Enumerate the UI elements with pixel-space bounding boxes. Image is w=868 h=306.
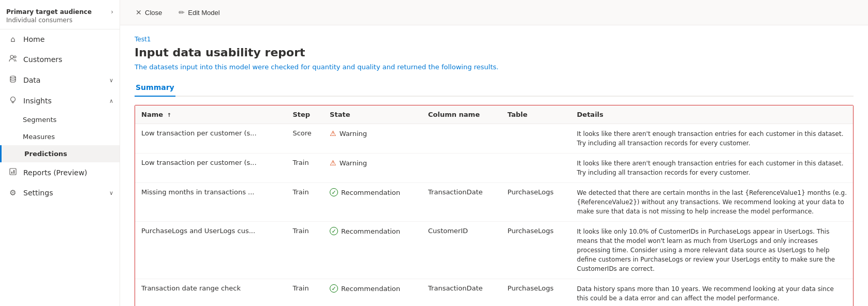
main-content: ✕ Close ✏ Edit Model Test1 Input data us… bbox=[120, 0, 868, 306]
state-label: Warning bbox=[340, 159, 367, 167]
table-header-row: Name ↑ Step State Column name Table Deta… bbox=[135, 105, 853, 124]
sidebar-item-label: Reports (Preview) bbox=[23, 169, 87, 177]
sidebar-item-segments[interactable]: Segments bbox=[0, 111, 120, 128]
warning-icon: ⚠ bbox=[330, 159, 336, 167]
cell-state: ⚠Warning bbox=[323, 124, 422, 154]
cell-details: We detected that there are certain month… bbox=[571, 183, 853, 222]
cell-table: PurchaseLogs bbox=[502, 183, 571, 222]
sidebar: Primary target audience › Individual con… bbox=[0, 0, 120, 306]
col-header-table[interactable]: Table bbox=[502, 105, 571, 124]
state-label: Recommendation bbox=[341, 189, 400, 196]
cell-details: It looks like only 10.0% of CustomerIDs … bbox=[571, 222, 853, 279]
cell-column-name: TransactionDate bbox=[422, 279, 501, 307]
table-row: PurchaseLogs and UserLogs cus...Train✓Re… bbox=[135, 222, 853, 279]
page-description: The datasets input into this model were … bbox=[135, 63, 854, 71]
svg-rect-5 bbox=[10, 169, 16, 175]
col-header-details[interactable]: Details bbox=[571, 105, 853, 124]
table-row: Low transaction per customer (s...Score⚠… bbox=[135, 124, 853, 154]
data-table: Name ↑ Step State Column name Table Deta… bbox=[135, 105, 853, 306]
sidebar-primary-label: Primary target audience bbox=[6, 8, 92, 16]
sidebar-item-measures[interactable]: Measures bbox=[0, 128, 120, 145]
sidebar-item-customers[interactable]: Customers bbox=[0, 49, 120, 70]
sidebar-item-label: Insights bbox=[23, 97, 52, 105]
col-header-name[interactable]: Name ↑ bbox=[135, 105, 286, 124]
sidebar-item-label: Measures bbox=[23, 133, 55, 141]
state-label: Recommendation bbox=[341, 227, 400, 235]
tabs: Summary bbox=[135, 79, 854, 97]
sidebar-item-label: Customers bbox=[23, 55, 62, 64]
recommendation-icon: ✓ bbox=[330, 227, 338, 235]
sidebar-item-label: Home bbox=[23, 35, 45, 43]
edit-model-label: Edit Model bbox=[188, 9, 219, 17]
svg-rect-7 bbox=[13, 170, 14, 174]
sidebar-item-home[interactable]: ⌂ Home bbox=[0, 29, 120, 49]
cell-step: Train bbox=[286, 154, 323, 183]
svg-point-0 bbox=[10, 55, 13, 58]
state-label: Recommendation bbox=[341, 285, 400, 293]
cell-column-name bbox=[422, 154, 501, 183]
edit-icon: ✏ bbox=[179, 8, 185, 17]
svg-point-2 bbox=[10, 76, 16, 78]
chevron-down-icon: ∨ bbox=[109, 77, 113, 84]
sidebar-item-label: Predictions bbox=[24, 150, 67, 158]
table-row: Transaction date range checkTrain✓Recomm… bbox=[135, 279, 853, 307]
recommendation-icon: ✓ bbox=[330, 284, 338, 293]
sidebar-item-label: Segments bbox=[23, 116, 56, 124]
svg-point-1 bbox=[14, 56, 16, 58]
table-row: Missing months in transactions ...Train✓… bbox=[135, 183, 853, 222]
col-header-step[interactable]: Step bbox=[286, 105, 323, 124]
close-icon: ✕ bbox=[136, 8, 142, 17]
sidebar-item-predictions[interactable]: Predictions bbox=[0, 145, 120, 162]
sidebar-item-label: Data bbox=[23, 76, 40, 84]
cell-table: PurchaseLogs bbox=[502, 279, 571, 307]
close-button[interactable]: ✕ Close bbox=[133, 6, 165, 19]
reports-icon bbox=[8, 167, 18, 178]
table-row: Low transaction per customer (s...Train⚠… bbox=[135, 154, 853, 183]
cell-column-name: TransactionDate bbox=[422, 183, 501, 222]
sort-arrow-icon: ↑ bbox=[167, 112, 171, 118]
warning-icon: ⚠ bbox=[330, 129, 336, 137]
cell-column-name bbox=[422, 124, 501, 154]
close-label: Close bbox=[145, 9, 162, 17]
sidebar-item-label: Settings bbox=[23, 189, 53, 197]
edit-model-button[interactable]: ✏ Edit Model bbox=[175, 6, 223, 19]
col-header-column-name[interactable]: Column name bbox=[422, 105, 501, 124]
recommendation-icon: ✓ bbox=[330, 188, 338, 196]
sidebar-chevron-icon[interactable]: › bbox=[111, 8, 113, 16]
breadcrumb: Test1 bbox=[135, 36, 854, 43]
data-table-container: Name ↑ Step State Column name Table Deta… bbox=[135, 105, 854, 306]
sidebar-header: Primary target audience › Individual con… bbox=[0, 0, 120, 29]
chevron-up-icon: ∧ bbox=[109, 98, 113, 104]
tab-summary[interactable]: Summary bbox=[135, 79, 175, 97]
cell-table bbox=[502, 154, 571, 183]
insights-icon bbox=[8, 96, 18, 106]
cell-step: Train bbox=[286, 279, 323, 307]
data-icon bbox=[8, 75, 18, 85]
cell-details: Data history spans more than 10 years. W… bbox=[571, 279, 853, 307]
content-area: Test1 Input data usability report The da… bbox=[120, 25, 868, 306]
cell-state: ✓Recommendation bbox=[323, 183, 422, 222]
sidebar-secondary-label: Individual consumers bbox=[6, 17, 113, 24]
chevron-down-icon: ∨ bbox=[109, 190, 113, 196]
cell-state: ⚠Warning bbox=[323, 154, 422, 183]
sidebar-item-data[interactable]: Data ∨ bbox=[0, 70, 120, 90]
cell-details: It looks like there aren't enough transa… bbox=[571, 154, 853, 183]
settings-icon: ⚙ bbox=[8, 188, 18, 197]
cell-name: PurchaseLogs and UserLogs cus... bbox=[135, 222, 286, 279]
svg-point-3 bbox=[11, 97, 16, 102]
cell-state: ✓Recommendation bbox=[323, 222, 422, 279]
home-icon: ⌂ bbox=[8, 35, 18, 44]
page-title: Input data usability report bbox=[135, 46, 854, 59]
svg-rect-6 bbox=[11, 172, 12, 174]
cell-name: Transaction date range check bbox=[135, 279, 286, 307]
cell-column-name: CustomerID bbox=[422, 222, 501, 279]
cell-name: Missing months in transactions ... bbox=[135, 183, 286, 222]
col-header-state[interactable]: State bbox=[323, 105, 422, 124]
sidebar-item-insights[interactable]: Insights ∧ bbox=[0, 90, 120, 111]
sidebar-item-settings[interactable]: ⚙ Settings ∨ bbox=[0, 183, 120, 203]
cell-table: PurchaseLogs bbox=[502, 222, 571, 279]
sidebar-item-reports[interactable]: Reports (Preview) bbox=[0, 162, 120, 183]
state-label: Warning bbox=[340, 130, 367, 137]
cell-details: It looks like there aren't enough transa… bbox=[571, 124, 853, 154]
topbar: ✕ Close ✏ Edit Model bbox=[120, 0, 868, 25]
